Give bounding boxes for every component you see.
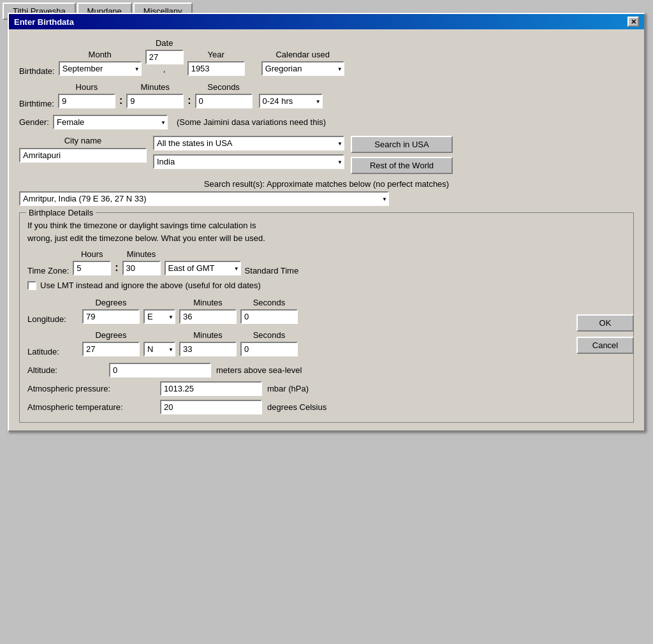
action-buttons: OK Cancel	[576, 314, 634, 354]
altitude-label: Altitude:	[27, 365, 104, 375]
latitude-seconds-input[interactable]	[240, 342, 298, 356]
altitude-input[interactable]	[109, 363, 211, 377]
colon2: :	[187, 95, 191, 108]
seconds-label: Seconds	[207, 82, 240, 92]
pressure-row: Atmospheric pressure: mbar (hPa)	[27, 381, 626, 396]
birthdate-label: Birthdate:	[19, 66, 55, 76]
city-name-label: City name	[19, 136, 147, 145]
rest-world-button[interactable]: Rest of the World	[351, 157, 453, 174]
close-button[interactable]: ✕	[627, 17, 639, 27]
pressure-label: Atmospheric pressure:	[27, 384, 155, 393]
tz-hours-group: Hours	[73, 249, 111, 275]
latitude-degrees-input[interactable]	[82, 342, 140, 356]
timezone-label: Time Zone:	[27, 266, 69, 275]
temperature-label: Atmospheric temperature:	[27, 402, 155, 412]
month-select[interactable]: September	[59, 61, 142, 76]
month-select-wrapper: September	[59, 61, 142, 76]
time-format-select[interactable]: 0-24 hrs AM/PM	[259, 94, 323, 108]
location-right: Search in USA Rest of the World	[351, 136, 453, 174]
search-result-label: Search result(s): Approximate matches be…	[19, 179, 634, 189]
temperature-row: Atmospheric temperature: degrees Celsius	[27, 400, 626, 414]
seconds-input[interactable]	[195, 94, 253, 108]
lon-degrees-label: Degrees	[95, 298, 126, 307]
minutes-group: Minutes	[126, 82, 184, 108]
date-label: Date	[156, 38, 173, 48]
longitude-seconds-input[interactable]	[240, 309, 298, 324]
tz-hours-input[interactable]	[73, 261, 111, 275]
lat-degrees-label: Degrees	[95, 330, 126, 340]
longitude-dir-select[interactable]: E W	[143, 309, 175, 324]
birthtime-section: Birthtime: Hours : Minutes : Seconds 0-2…	[19, 82, 634, 108]
year-label: Year	[208, 50, 224, 59]
enter-birthdata-dialog: Enter Birthdata ✕ Birthdate: Month Septe…	[8, 13, 645, 432]
ok-button[interactable]: OK	[576, 314, 634, 332]
latitude-dir-select[interactable]: N S	[143, 342, 175, 356]
birthplace-warning: If you think the timezone or daylight sa…	[27, 219, 626, 244]
location-middle: All the states in USA India	[153, 136, 344, 169]
lmt-checkbox[interactable]	[27, 281, 36, 290]
longitude-minutes-input[interactable]	[179, 309, 237, 324]
gender-note: (Some Jaimini dasa variations need this)	[177, 117, 326, 127]
search-result-select[interactable]: Amritpur, India (79 E 36, 27 N 33)	[19, 191, 389, 206]
hours-group: Hours	[58, 82, 115, 108]
longitude-row: Longitude: Degrees E W Minutes Seconds	[27, 298, 626, 324]
tz-colon: :	[115, 262, 118, 275]
lon-deg-group: Degrees	[82, 298, 140, 324]
tz-minutes-input[interactable]	[122, 261, 161, 275]
search-usa-button[interactable]: Search in USA	[351, 136, 453, 153]
seconds-group: Seconds	[195, 82, 253, 108]
lon-seconds-label: Seconds	[253, 298, 286, 307]
lat-seconds-label: Seconds	[253, 330, 286, 340]
longitude-label: Longitude:	[27, 314, 78, 324]
tz-direction-select[interactable]: East of GMT West of GMT	[165, 261, 241, 275]
state-select[interactable]: All the states in USA	[153, 136, 344, 150]
altitude-row: Altitude: meters above sea-level	[27, 363, 626, 377]
search-result-row: Amritpur, India (79 E 36, 27 N 33)	[19, 191, 634, 206]
colon1: :	[119, 95, 122, 108]
longitude-degrees-input[interactable]	[82, 309, 140, 324]
minutes-input[interactable]	[126, 94, 184, 108]
groupbox-legend: Birthplace Details	[26, 208, 96, 217]
year-input[interactable]	[187, 61, 245, 76]
birthdate-section: Birthdate: Month September Date , Year C…	[19, 38, 634, 76]
pressure-input[interactable]	[160, 381, 262, 396]
gender-section: Gender: Female Male (Some Jaimini dasa v…	[19, 115, 634, 129]
altitude-unit: meters above sea-level	[216, 365, 302, 375]
calendar-select[interactable]: Gregorian	[261, 61, 344, 76]
search-result-wrapper: Amritpur, India (79 E 36, 27 N 33)	[19, 191, 389, 206]
date-input[interactable]	[145, 50, 184, 64]
lat-minutes-label: Minutes	[193, 330, 223, 340]
date-group: Date ,	[145, 38, 184, 76]
tz-minutes-group: Minutes	[122, 249, 161, 275]
time-format-wrapper: 0-24 hrs AM/PM	[259, 94, 323, 108]
minutes-label: Minutes	[140, 82, 170, 92]
lat-min-group: Minutes	[179, 330, 237, 356]
birthtime-label: Birthtime:	[19, 99, 54, 108]
lat-dir-wrapper: N S	[143, 342, 175, 356]
dialog-title-text: Enter Birthdata	[14, 17, 74, 27]
month-group: Month September	[59, 50, 142, 76]
cancel-button[interactable]: Cancel	[576, 337, 634, 354]
gender-select-wrapper: Female Male	[53, 115, 168, 129]
hours-input[interactable]	[58, 94, 115, 108]
temperature-input[interactable]	[160, 400, 262, 414]
lmt-row: Use LMT instead and ignore the above (us…	[27, 281, 626, 290]
tz-direction-wrapper: East of GMT West of GMT	[165, 261, 241, 275]
lat-sec-group: Seconds	[240, 330, 298, 356]
dialog-titlebar: Enter Birthdata ✕	[9, 14, 644, 29]
temperature-unit: degrees Celsius	[267, 402, 326, 412]
gender-select[interactable]: Female Male	[53, 115, 168, 129]
lon-min-group: Minutes	[179, 298, 237, 324]
pressure-unit: mbar (hPa)	[267, 384, 309, 393]
country-select[interactable]: India	[153, 154, 344, 169]
lon-dir-wrapper: E W	[143, 309, 175, 324]
lon-sec-group: Seconds	[240, 298, 298, 324]
tz-type-label: Standard Time	[245, 266, 299, 275]
lon-minutes-label: Minutes	[193, 298, 223, 307]
tz-minutes-label: Minutes	[127, 249, 156, 259]
latitude-minutes-input[interactable]	[179, 342, 237, 356]
gender-label: Gender:	[19, 117, 49, 127]
location-left: City name	[19, 136, 147, 163]
city-input[interactable]	[19, 148, 147, 163]
month-label: Month	[89, 50, 112, 59]
